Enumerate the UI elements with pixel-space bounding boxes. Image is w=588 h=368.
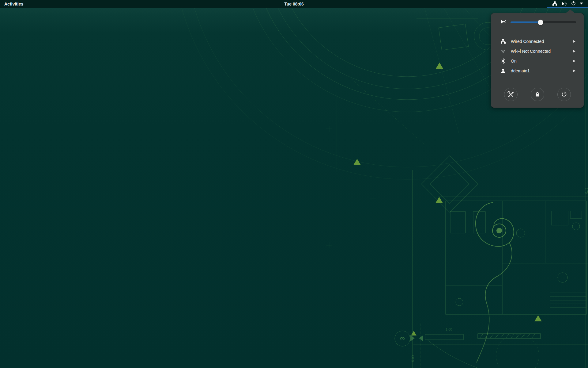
top-bar: Activities Tue 08:06	[0, 0, 588, 8]
system-menu-list: Wired Connected Wi-Fi Not Connected	[491, 36, 584, 76]
menu-item-label: On	[511, 59, 573, 63]
submenu-arrow-icon	[573, 60, 575, 62]
menu-item-label: Wi-Fi Not Connected	[511, 49, 573, 54]
menu-item-label: Wired Connected	[511, 39, 573, 44]
lock-button[interactable]	[531, 88, 544, 101]
clock[interactable]: Tue 08:06	[284, 0, 304, 8]
power-button[interactable]	[557, 88, 571, 101]
wallpaper-text-bubble: 3	[399, 337, 406, 340]
volume-slider[interactable]	[511, 20, 576, 25]
separator	[519, 32, 556, 32]
lock-icon	[534, 91, 541, 98]
separator	[519, 81, 556, 81]
volume-speaker-icon	[500, 18, 507, 26]
power-icon	[561, 91, 567, 98]
system-menu-popup: Wired Connected Wi-Fi Not Connected	[491, 13, 584, 108]
dropdown-caret-icon	[580, 2, 583, 5]
network-wired-icon	[552, 1, 557, 6]
submenu-arrow-icon	[573, 70, 575, 72]
power-icon	[571, 1, 576, 6]
submenu-arrow-icon	[573, 40, 575, 43]
volume-icon	[561, 1, 567, 6]
volume-slider-handle[interactable]	[538, 20, 543, 25]
menu-item-label: ddemaio1	[511, 68, 573, 73]
wifi-icon	[500, 48, 507, 54]
volume-row	[491, 17, 584, 27]
wallpaper-text-dim-b: 1.00	[446, 328, 452, 331]
menu-item-wifi[interactable]: Wi-Fi Not Connected	[491, 46, 584, 56]
wallpaper-text-dim-c: 2.70	[585, 188, 588, 194]
menu-item-wired-network[interactable]: Wired Connected	[491, 36, 584, 46]
settings-icon	[507, 91, 514, 98]
activities-button[interactable]: Activities	[1, 0, 26, 8]
system-menu-actions	[491, 88, 584, 101]
user-icon	[500, 68, 507, 74]
settings-button[interactable]	[504, 88, 518, 101]
popup-pointer	[566, 10, 575, 13]
wallpaper-text-dim-a: 5.00	[411, 355, 415, 362]
volume-slider-fill	[511, 21, 541, 23]
menu-item-user[interactable]: ddemaio1	[491, 66, 584, 76]
wired-network-icon	[500, 39, 507, 44]
system-status-area[interactable]	[547, 0, 588, 8]
menu-item-bluetooth[interactable]: On	[491, 56, 584, 66]
bluetooth-icon	[500, 58, 507, 64]
desktop: 3 5.00 1.00 2.70 Activities Tue 08:06	[0, 0, 588, 368]
submenu-arrow-icon	[573, 50, 575, 52]
